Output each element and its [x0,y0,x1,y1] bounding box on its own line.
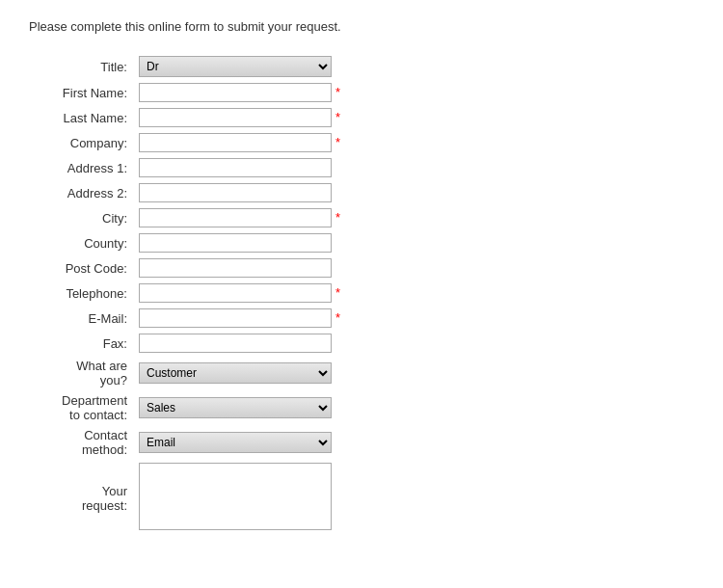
intro-text: Please complete this online form to subm… [29,19,694,34]
input-county[interactable] [139,233,332,253]
field-label: Address 1: [29,155,135,180]
input-company[interactable] [139,133,332,152]
input-last_name[interactable] [139,108,332,127]
required-indicator: * [335,210,340,225]
field-label: City: [29,205,135,230]
select-department[interactable]: SalesSupportAccountsManagement [139,397,332,418]
select-what_are_you[interactable]: CustomerSupplierPartnerOther [139,362,332,384]
form-table: Title:MrMrsMsDrProfFirst Name:*Last Name… [29,53,694,536]
field-label: Contactmethod: [29,425,135,460]
input-address2[interactable] [139,183,332,202]
form-row: Title:MrMrsMsDrProf [29,53,694,80]
form-row: Address 2: [29,180,694,205]
field-label: Title: [29,53,135,80]
input-address1[interactable] [139,158,332,177]
input-telephone[interactable] [139,283,332,303]
required-indicator: * [335,285,340,300]
field-label: E-Mail: [29,306,135,331]
form-row: Telephone:* [29,281,694,306]
form-row: First Name:* [29,80,694,105]
field-label: Fax: [29,331,135,356]
form-row: City:* [29,205,694,230]
required-indicator: * [335,310,340,325]
field-label: Departmentto contact: [29,390,135,425]
input-first_name[interactable] [139,83,332,102]
field-label: Telephone: [29,281,135,306]
select-contact_method[interactable]: EmailPhoneFaxPost [139,432,332,453]
field-label: Yourrequest: [29,460,135,536]
field-label: Post Code: [29,255,135,281]
field-label: What areyou? [29,356,135,390]
required-indicator: * [335,85,340,99]
input-fax[interactable] [139,334,332,353]
form-row: Company:* [29,130,694,155]
form-row: Yourrequest: [29,460,694,536]
select-title[interactable]: MrMrsMsDrProf [139,56,332,77]
input-email[interactable] [139,308,332,328]
field-label: Company: [29,130,135,155]
required-indicator: * [335,135,340,149]
form-row: Fax: [29,331,694,356]
form-row: Address 1: [29,155,694,180]
form-row: What areyou?CustomerSupplierPartnerOther [29,356,694,390]
form-row: Departmentto contact:SalesSupportAccount… [29,390,694,425]
field-label: County: [29,230,135,255]
field-label: First Name: [29,80,135,105]
form-row: County: [29,230,694,255]
required-indicator: * [335,110,340,124]
form-row: E-Mail:* [29,306,694,331]
field-label: Last Name: [29,105,135,130]
form-row: Contactmethod:EmailPhoneFaxPost [29,425,694,460]
form-row: Post Code: [29,255,694,281]
input-postcode[interactable] [139,258,332,278]
input-city[interactable] [139,208,332,227]
field-label: Address 2: [29,180,135,205]
textarea-request[interactable] [139,463,332,530]
form-row: Last Name:* [29,105,694,130]
